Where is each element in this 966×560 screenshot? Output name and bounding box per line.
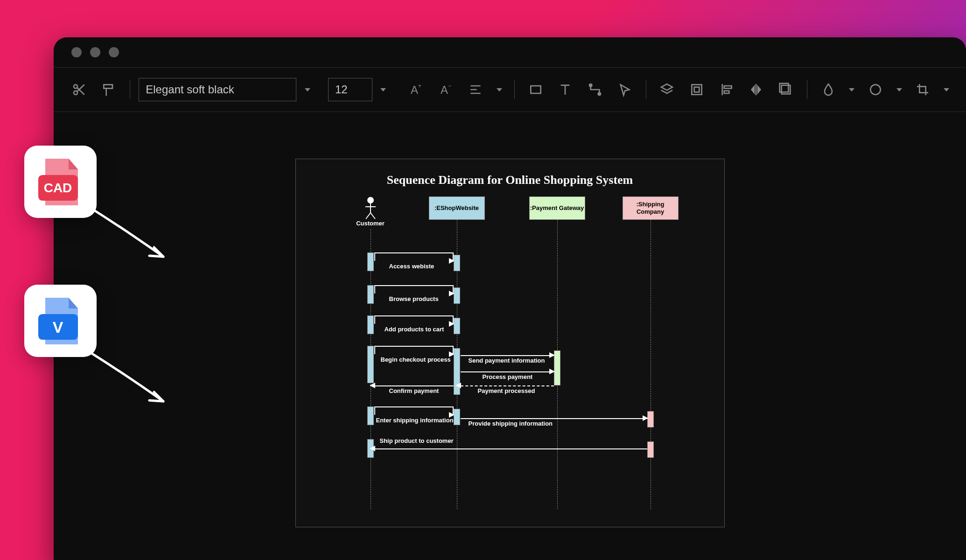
svg-text:A: A <box>411 84 418 96</box>
group-icon[interactable] <box>684 77 709 102</box>
msg-line <box>374 385 454 386</box>
align-left-icon[interactable] <box>714 77 739 102</box>
visio-label: V <box>53 318 63 336</box>
diagram-frame[interactable]: Sequence Diagram for Online Shopping Sys… <box>295 159 725 527</box>
svg-point-0 <box>74 84 77 88</box>
app-window: Elegant soft black 12 A+ A− <box>54 37 966 560</box>
arrowhead-icon <box>370 446 375 451</box>
activation <box>454 409 460 425</box>
fill-color-icon[interactable] <box>816 77 841 102</box>
fill-dropdown-icon[interactable] <box>845 78 858 101</box>
distribute-icon[interactable] <box>773 77 798 102</box>
lifeline-shipping-label: :Shipping Company <box>623 201 678 215</box>
titlebar <box>54 37 966 68</box>
msg-line <box>374 448 647 449</box>
format-painter-icon[interactable] <box>97 77 122 102</box>
font-size-dropdown-icon[interactable] <box>377 78 390 101</box>
actor-customer-label: Customer <box>352 220 389 227</box>
increase-font-icon[interactable]: A+ <box>404 77 429 102</box>
actor-customer[interactable]: Customer <box>352 196 389 227</box>
activation <box>454 318 460 334</box>
cut-icon[interactable] <box>67 77 92 102</box>
svg-rect-11 <box>531 86 540 93</box>
activation <box>367 285 374 304</box>
activation <box>367 406 374 425</box>
arrowhead-icon <box>449 351 455 357</box>
font-size-value: 12 <box>335 83 348 96</box>
line-dropdown-icon[interactable] <box>893 78 906 101</box>
svg-point-25 <box>368 197 373 203</box>
arrowhead-icon <box>370 383 375 388</box>
align-dropdown-icon[interactable] <box>493 78 506 101</box>
align-icon[interactable] <box>463 77 489 102</box>
msg-label: Begin checkout process <box>381 356 451 366</box>
activation <box>367 315 374 334</box>
decrease-font-icon[interactable]: A− <box>434 77 459 102</box>
svg-line-29 <box>371 213 375 219</box>
svg-point-15 <box>598 93 601 95</box>
msg-label: Send payment information <box>469 357 545 367</box>
svg-point-14 <box>589 84 592 86</box>
activation <box>454 287 460 304</box>
msg-line <box>461 385 554 386</box>
arrowhead-icon <box>549 369 555 374</box>
arrowhead-icon <box>449 321 455 327</box>
msg-label: Browse products <box>389 295 439 306</box>
msg-line <box>461 355 554 356</box>
svg-rect-16 <box>692 84 701 94</box>
sequence-diagram: Customer :EShopWebsite :Payment Gateway … <box>315 196 706 514</box>
svg-rect-19 <box>724 86 731 88</box>
canvas[interactable]: Sequence Diagram for Online Shopping Sys… <box>54 112 966 560</box>
svg-text:A: A <box>441 84 448 96</box>
lifeline-shipping[interactable]: :Shipping Company <box>623 196 679 220</box>
pointer-tool-icon[interactable] <box>612 77 637 102</box>
msg-line <box>461 371 554 372</box>
traffic-close[interactable] <box>71 47 82 57</box>
lifeline-eshop[interactable]: :EShopWebsite <box>429 196 485 220</box>
svg-text:−: − <box>448 83 451 89</box>
crop-dropdown-icon[interactable] <box>940 78 953 101</box>
msg-label: Payment processed <box>478 387 535 398</box>
svg-text:+: + <box>418 83 421 89</box>
activation <box>454 255 460 271</box>
diagram-title: Sequence Diagram for Online Shopping Sys… <box>315 173 706 187</box>
msg-label: Ship product to customer <box>380 437 454 448</box>
lifeline-payment[interactable]: :Payment Gateway <box>529 196 585 220</box>
lifeline-eshop-label: :EShopWebsite <box>434 204 479 212</box>
layers-icon[interactable] <box>655 77 680 102</box>
arrowhead-icon <box>455 383 461 388</box>
font-family-select[interactable]: Elegant soft black <box>139 78 296 101</box>
activation <box>647 441 654 458</box>
msg-label: Provide shipping information <box>469 420 553 430</box>
msg-label: Add products to cart <box>385 326 444 336</box>
msg-line <box>461 418 647 419</box>
msg-label: Process payment <box>483 373 533 384</box>
activation <box>554 350 560 385</box>
font-size-select[interactable]: 12 <box>328 78 372 101</box>
font-family-dropdown-icon[interactable] <box>301 78 314 101</box>
hand-arrow-icon <box>82 201 180 271</box>
line-style-icon[interactable] <box>863 77 888 102</box>
rectangle-tool-icon[interactable] <box>523 77 548 102</box>
svg-point-24 <box>870 84 880 94</box>
divider <box>807 80 807 99</box>
hand-arrow-icon <box>82 345 180 415</box>
divider <box>646 80 646 99</box>
crop-icon[interactable] <box>910 77 936 102</box>
msg-label: Access webiste <box>389 263 434 273</box>
flip-icon[interactable] <box>743 77 769 102</box>
svg-line-28 <box>366 213 371 219</box>
divider <box>514 80 515 99</box>
activation <box>367 252 374 271</box>
divider <box>130 80 130 99</box>
svg-rect-17 <box>694 87 700 92</box>
arrowhead-icon <box>449 291 455 296</box>
lifeline-payment-label: :Payment Gateway <box>530 204 584 212</box>
svg-point-1 <box>74 91 77 95</box>
traffic-minimize[interactable] <box>90 47 100 57</box>
arrowhead-icon <box>449 258 455 264</box>
lifeline-line <box>651 220 651 509</box>
text-tool-icon[interactable] <box>553 77 578 102</box>
connector-tool-icon[interactable] <box>582 77 608 102</box>
traffic-zoom[interactable] <box>109 47 119 57</box>
